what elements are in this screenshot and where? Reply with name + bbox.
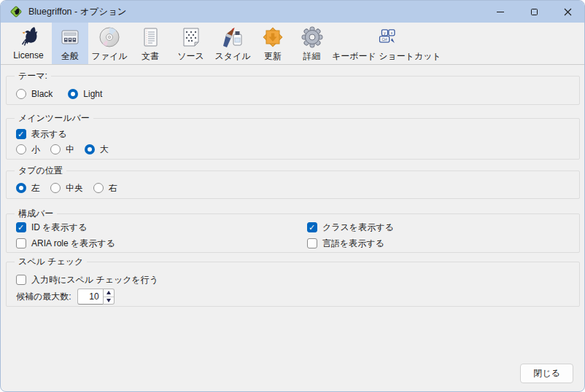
toolbar-item-license[interactable]: License <box>5 23 52 64</box>
toolbar-item-label: キーボード ショートカット <box>332 50 441 63</box>
keyboard-keys-icon: y x Ctrl <box>375 26 398 49</box>
toolbar-item-label: ファイル <box>91 50 127 63</box>
control-panel-icon <box>58 26 82 49</box>
minimize-button[interactable] <box>484 1 517 23</box>
toolbar-item-document[interactable]: 文書 <box>131 23 170 64</box>
max-suggestions-spinner <box>104 289 115 305</box>
update-burst-icon <box>261 26 284 49</box>
max-suggestions-label: 候補の最大数: <box>16 291 71 303</box>
theme-legend: テーマ: <box>15 71 51 82</box>
tab-position-legend: タブの位置 <box>15 165 66 176</box>
checkbox-icon <box>307 238 317 248</box>
close-window-button[interactable] <box>551 1 584 23</box>
checkbox-show-aria-role[interactable]: ARIA role を表示する <box>16 238 115 250</box>
bluegriffon-logo-icon <box>10 6 22 17</box>
radio-selected-icon <box>68 89 78 99</box>
checkbox-spellcheck-while-typing[interactable]: 入力時にスペル チェックを行う <box>16 274 158 286</box>
checkbox-checked-icon <box>16 222 26 232</box>
checkbox-show-language[interactable]: 言語を表示する <box>307 238 384 250</box>
toolbar-item-style[interactable]: スタイル <box>212 23 254 64</box>
toolbar-item-file[interactable]: ファイル <box>88 23 131 64</box>
structure-bar-legend: 構成バー <box>15 208 57 219</box>
toolbar-item-label: 文書 <box>142 50 159 63</box>
toolbar-item-label: ソース <box>177 50 204 63</box>
structure-bar-group: 構成バー ID を表示する ARIA role を表示する クラスを表示する 言… <box>6 213 580 253</box>
toolbar-item-update[interactable]: 更新 <box>254 23 292 64</box>
arrow-down-icon <box>106 299 111 302</box>
toolbar-item-keyboard-shortcuts[interactable]: y x Ctrl キーボード ショートカット <box>332 23 441 64</box>
radio-selected-icon <box>85 144 95 154</box>
radio-theme-black[interactable]: Black <box>16 89 53 99</box>
radio-theme-light[interactable]: Light <box>68 89 102 99</box>
toolbar-item-advanced[interactable]: 詳細 <box>292 23 332 64</box>
checkbox-checked-icon <box>16 129 26 139</box>
cd-disc-icon <box>98 26 121 49</box>
gear-icon <box>301 26 324 49</box>
toolbar-item-general[interactable]: 全般 <box>52 23 88 64</box>
window-title: Bluegriffon - オプション <box>28 6 127 18</box>
max-suggestions-input[interactable] <box>77 289 104 305</box>
griffin-icon <box>17 26 40 49</box>
checkbox-checked-icon <box>307 222 317 232</box>
radio-icon <box>50 144 61 154</box>
radio-icon <box>16 144 26 154</box>
spinner-up-button[interactable] <box>104 289 114 297</box>
toolbar-item-label: 全般 <box>61 50 79 63</box>
radio-icon <box>93 183 104 193</box>
checkbox-icon <box>16 238 26 248</box>
options-window: Bluegriffon - オプション License <box>0 0 585 392</box>
radio-tab-left[interactable]: 左 <box>16 182 40 195</box>
window-controls <box>484 1 584 23</box>
radio-tab-right[interactable]: 右 <box>93 182 117 195</box>
radio-size-small[interactable]: 小 <box>16 144 40 156</box>
category-toolbar: License 全般 <box>1 23 584 65</box>
tab-position-group: タブの位置 左 中央 右 <box>6 170 580 199</box>
checkbox-show-id[interactable]: ID を表示する <box>16 222 87 234</box>
radio-icon <box>16 89 26 99</box>
main-toolbar-group: メインツールバー 表示する 小 中 大 <box>6 118 580 160</box>
toolbar-item-label: 更新 <box>264 50 282 63</box>
titlebar: Bluegriffon - オプション <box>1 1 584 23</box>
keycap-ctrl-label: Ctrl <box>381 38 387 42</box>
toolbar-item-label: スタイル <box>214 50 250 63</box>
toolbar-item-source[interactable]: ソース <box>170 23 212 64</box>
minimize-icon <box>497 12 504 12</box>
document-icon <box>139 26 162 49</box>
toolbar-item-label: License <box>13 50 43 60</box>
maximize-button[interactable] <box>517 1 551 23</box>
main-toolbar-legend: メインツールバー <box>15 113 93 124</box>
checkbox-icon <box>16 275 26 285</box>
spell-check-legend: スペル チェック <box>15 256 87 267</box>
checkbox-show-toolbar[interactable]: 表示する <box>16 128 67 141</box>
radio-selected-icon <box>16 183 26 193</box>
spell-check-group: スペル チェック 入力時にスペル チェックを行う 候補の最大数: <box>6 262 580 307</box>
keycap-y-label: y <box>384 31 386 35</box>
radio-icon <box>50 183 61 193</box>
keycap-x-label: x <box>390 31 392 35</box>
paintbrush-icon <box>221 26 244 49</box>
radio-size-large[interactable]: 大 <box>85 144 109 156</box>
arrow-up-icon <box>106 291 111 294</box>
source-page-icon <box>179 26 203 49</box>
checkbox-show-class[interactable]: クラスを表示する <box>307 222 394 234</box>
radio-size-medium[interactable]: 中 <box>50 144 74 156</box>
radio-tab-center[interactable]: 中央 <box>50 182 83 195</box>
toolbar-item-label: 詳細 <box>303 50 321 63</box>
close-button[interactable]: 閉じる <box>520 364 573 383</box>
maximize-icon <box>531 9 538 15</box>
theme-group: テーマ: Black Light <box>6 76 580 105</box>
spinner-down-button[interactable] <box>104 297 114 305</box>
close-icon <box>564 8 572 16</box>
